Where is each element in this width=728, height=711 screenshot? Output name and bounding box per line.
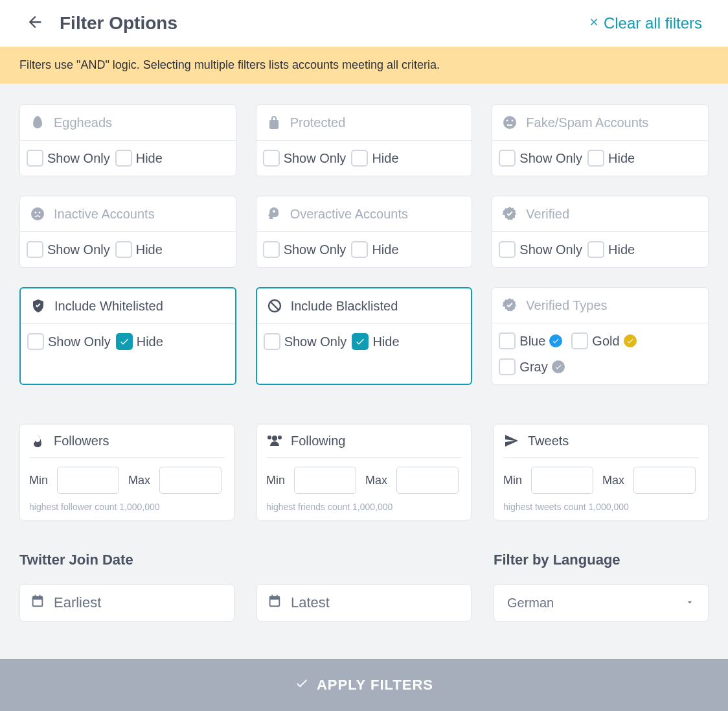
filter-card-include-blacklisted: Include Blacklisted Show Only Hide — [256, 287, 473, 385]
filter-card-include-whitelisted: Include Whitelisted Show Only Hide — [19, 287, 236, 385]
filter-card-verified-types: Verified Types Blue Gold Gray — [492, 287, 709, 385]
following-min-input[interactable] — [294, 467, 356, 494]
filter-label: Inactive Accounts — [54, 207, 155, 222]
filter-label: Include Blacklisted — [291, 299, 398, 314]
section-title-join-date: Twitter Join Date — [19, 552, 234, 568]
tweets-max-input[interactable] — [633, 467, 696, 494]
main-area: Eggheads Show Only Hide Protected Show O… — [0, 84, 728, 637]
range-card-following: Following Min Max highest friends count … — [256, 424, 472, 520]
filter-label: Overactive Accounts — [290, 207, 408, 222]
filter-header-eggheads: Eggheads — [20, 105, 236, 141]
tweets-hint: highest tweets count 1,000,000 — [503, 502, 699, 512]
inactive-hide-checkbox[interactable] — [115, 241, 132, 258]
apply-filters-label: APPLY FILTERS — [317, 677, 433, 694]
followers-hint: highest follower count 1,000,000 — [29, 502, 225, 512]
whitelisted-show-only-checkbox[interactable] — [27, 333, 44, 350]
page-title: Filter Options — [60, 13, 177, 34]
inactive-show-only-checkbox[interactable] — [27, 241, 43, 258]
svg-point-0 — [503, 116, 516, 129]
min-label: Min — [29, 474, 48, 487]
tweets-min-input[interactable] — [531, 467, 593, 494]
range-grid: Followers Min Max highest follower count… — [19, 424, 709, 520]
earliest-date-input[interactable]: Earliest — [19, 584, 234, 622]
chevron-down-icon — [685, 596, 695, 611]
calendar-icon — [267, 594, 282, 612]
svg-point-4 — [39, 212, 41, 214]
filter-header-protected: Protected — [256, 105, 472, 141]
max-label: Max — [128, 474, 150, 487]
sad-face-icon — [29, 205, 46, 222]
whitelisted-hide-checkbox[interactable] — [116, 333, 133, 350]
latest-date-input[interactable]: Latest — [256, 584, 472, 622]
filter-label: Verified Types — [526, 298, 607, 313]
range-label: Tweets — [528, 434, 569, 449]
verified-show-only-checkbox[interactable] — [499, 241, 516, 258]
verified-hide-checkbox[interactable] — [587, 241, 604, 258]
range-card-followers: Followers Min Max highest follower count… — [19, 424, 234, 520]
egg-icon — [29, 114, 46, 131]
fake-spam-hide-checkbox[interactable] — [587, 150, 604, 167]
filter-card-overactive: Overactive Accounts Show Only Hide — [256, 196, 473, 268]
svg-point-2 — [31, 207, 44, 220]
language-select[interactable]: German — [494, 584, 709, 622]
svg-line-7 — [271, 302, 279, 310]
clear-all-filters-label: Clear all filters — [604, 14, 702, 32]
calendar-icon — [30, 594, 45, 612]
eggheads-hide-checkbox[interactable] — [115, 150, 132, 167]
verified-badge-icon — [501, 205, 518, 222]
send-icon — [503, 432, 520, 449]
fake-spam-show-only-checkbox[interactable] — [499, 150, 516, 167]
check-icon — [295, 676, 309, 694]
following-hint: highest friends count 1,000,000 — [266, 502, 462, 512]
verified-gray-badge-icon — [552, 360, 565, 373]
ban-icon — [266, 297, 283, 314]
filter-label: Verified — [526, 207, 569, 222]
followers-min-input[interactable] — [57, 467, 119, 494]
followers-max-input[interactable] — [159, 467, 222, 494]
filter-header-overactive: Overactive Accounts — [256, 196, 472, 232]
filter-label: Protected — [290, 115, 346, 130]
filter-header-include-blacklisted: Include Blacklisted — [257, 288, 472, 324]
svg-point-3 — [35, 212, 37, 214]
filter-header-verified-types: Verified Types — [492, 288, 708, 323]
filter-card-eggheads: Eggheads Show Only Hide — [19, 104, 236, 176]
back-arrow-icon[interactable] — [26, 13, 44, 34]
info-banner: Filters use "AND" logic. Selecting multi… — [0, 47, 728, 84]
bottom-row: Twitter Join Date Earliest . Latest Filt… — [19, 552, 709, 622]
language-selected-value: German — [507, 596, 554, 611]
filter-label: Fake/Spam Accounts — [526, 115, 648, 130]
protected-show-only-checkbox[interactable] — [263, 150, 280, 167]
protected-hide-checkbox[interactable] — [351, 150, 368, 167]
fire-icon — [29, 432, 46, 449]
eggheads-show-only-checkbox[interactable] — [27, 150, 43, 167]
range-card-tweets: Tweets Min Max highest tweets count 1,00… — [494, 424, 709, 520]
filter-label: Include Whitelisted — [54, 299, 163, 314]
latest-label: Latest — [291, 594, 330, 611]
overactive-show-only-checkbox[interactable] — [263, 241, 280, 258]
blacklisted-hide-checkbox[interactable] — [352, 333, 369, 350]
verified-gray-checkbox[interactable] — [499, 358, 516, 375]
gear-head-icon — [266, 205, 282, 222]
verified-gold-checkbox[interactable] — [571, 332, 588, 349]
filter-header-include-whitelisted: Include Whitelisted — [21, 288, 235, 324]
verified-gold-badge-icon — [624, 334, 637, 347]
lock-icon — [266, 114, 282, 131]
header-left: Filter Options — [26, 13, 177, 34]
svg-rect-1 — [507, 124, 512, 126]
people-icon — [266, 432, 283, 449]
section-title-language: Filter by Language — [494, 552, 709, 568]
overactive-hide-checkbox[interactable] — [351, 241, 368, 258]
verified-blue-checkbox[interactable] — [499, 332, 516, 349]
dead-face-icon — [501, 114, 518, 131]
earliest-label: Earliest — [54, 594, 101, 611]
range-label: Following — [291, 434, 345, 449]
filter-header-fake-spam: Fake/Spam Accounts — [492, 105, 708, 141]
blacklisted-show-only-checkbox[interactable] — [264, 333, 280, 350]
show-only-label: Show Only — [47, 151, 110, 166]
filter-grid: Eggheads Show Only Hide Protected Show O… — [19, 104, 709, 385]
shield-check-icon — [30, 297, 47, 314]
filter-header-verified: Verified — [492, 196, 708, 232]
apply-filters-button[interactable]: APPLY FILTERS — [0, 659, 728, 711]
clear-all-filters-button[interactable]: Clear all filters — [588, 14, 702, 32]
following-max-input[interactable] — [396, 467, 459, 494]
